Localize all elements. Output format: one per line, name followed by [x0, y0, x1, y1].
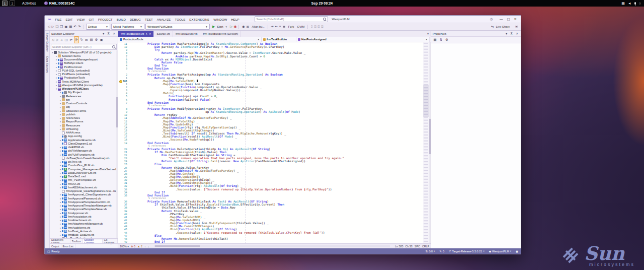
panel-tab-error-list[interactable]: Error List [61, 244, 75, 248]
close-icon[interactable]: ✕ [112, 31, 116, 37]
se-home-icon[interactable]: ⌂ [60, 37, 63, 43]
tab-strip-options[interactable]: ▾ [425, 31, 431, 37]
tree-item[interactable]: clsTree(Sort-CaseInSensitive).vb [50, 157, 118, 160]
solution-platform-dropdown[interactable]: Mixed Platforms▼ [111, 24, 144, 30]
tree-item[interactable]: ▸VBTests.M2MApi.Client [50, 80, 118, 84]
save-all-icon[interactable]: ▦ [68, 24, 73, 30]
pin-icon[interactable]: ⊼ [107, 31, 111, 37]
tree-item[interactable]: ▸VBfrm_PLMTemplate.vb [50, 178, 118, 182]
background-tasks-icon[interactable]: ▢ [47, 250, 50, 253]
se-collapse-all-icon[interactable]: ⊟ [84, 37, 88, 43]
tree-item[interactable]: ▸VBfrmAssociation.vb [50, 215, 118, 219]
chevron-down-icon[interactable]: ▾ [102, 31, 105, 37]
tree-item[interactable]: ▸VBM2MApi.Client [50, 61, 118, 65]
tree-item[interactable]: ▸VBProductionTools [50, 76, 118, 80]
new-project-icon[interactable]: ❏ [55, 24, 59, 30]
tree-item[interactable]: ▸references [50, 116, 118, 120]
menu-window[interactable]: WINDOW [211, 18, 229, 21]
workspace-1-indicator[interactable]: 1 [2, 1, 8, 6]
tree-item[interactable]: ▸VBDocumentManagerImport [50, 58, 118, 61]
pin-icon[interactable]: ⊼ [510, 31, 514, 37]
se-switch-views-icon[interactable]: ◫ [64, 37, 68, 43]
property-pages-icon[interactable]: ⚙ [445, 37, 449, 43]
document-tab[interactable]: Source.vb [154, 31, 173, 37]
se-pending-changes-icon[interactable]: ⇄ [69, 37, 73, 43]
tree-item[interactable]: ▸VBWestportPLM64 (incompatible) [50, 84, 118, 87]
tree-item[interactable]: frmApproval_ClearSignatures.resx--merged [50, 189, 118, 193]
build-icon[interactable]: ⊞ [246, 24, 250, 30]
code-editor[interactable]: 11Private Function HasPartsAssigned(c As… [118, 42, 431, 243]
outdent-icon[interactable]: ⇤ [274, 24, 278, 30]
nav-forward-icon[interactable]: ▷ [51, 24, 55, 30]
zoom-dropdown[interactable]: 100% ▾ [120, 245, 129, 248]
start-debugging-button[interactable]: ▶ Start ▼ [211, 24, 229, 30]
se-show-all-files-icon[interactable]: ▤ [89, 37, 94, 43]
redo-icon[interactable]: ↷ [77, 24, 81, 30]
tree-item[interactable]: ▾Solution 'WestportPLM' (6 of 10 project… [50, 51, 118, 54]
workspace-2-indicator[interactable]: 2 [10, 1, 15, 6]
document-tab[interactable]: frmTaskDetail.vb [173, 31, 201, 37]
line-indicator[interactable]: Ln 585 [395, 245, 404, 248]
tree-item[interactable]: ▸VBfrmAttachmentManager.vb [50, 222, 118, 226]
breakpoints-icon[interactable]: ◉ [241, 24, 246, 30]
menu-git[interactable]: GIT [87, 18, 96, 21]
clear-bookmarks-icon[interactable]: ⌻ [320, 24, 324, 30]
tree-item[interactable]: ▸PLMTests (unloaded) [50, 73, 118, 76]
undo-icon[interactable]: ↶ [73, 24, 77, 30]
tree-item[interactable]: ▸bin [50, 98, 118, 102]
tree-item[interactable]: ▸VBfrmBoat_Active.vb [50, 230, 118, 233]
menu-debug[interactable]: DEBUG [128, 18, 143, 21]
tree-item[interactable]: ▸Solution Items [50, 54, 118, 58]
line-ending-indicator[interactable]: CRLF [422, 245, 429, 248]
startup-project-dropdown[interactable]: WestportPLMClass▼ [145, 24, 210, 30]
tree-item[interactable]: ▸VBApplicationEvents.vb [50, 139, 118, 142]
categorized-icon[interactable]: ▦ [433, 37, 437, 43]
menu-view[interactable]: VIEW [75, 18, 87, 21]
project-dropdown[interactable]: ProductionTools ▼ [118, 37, 262, 42]
bookmark-icon[interactable]: ⌷ [310, 24, 313, 30]
git-branch[interactable]: ϒTarget-Release-5.5.0.21▾ [449, 250, 485, 253]
tab-server-explorer[interactable]: Server Explorer [46, 33, 49, 51]
menu-test[interactable]: TEST [143, 18, 155, 21]
tree-item[interactable]: ▾VBWestportPLMClass [50, 87, 118, 91]
member-dropdown[interactable]: HasPortsAssigned ▼ [296, 37, 430, 42]
tree-item[interactable]: ▸UITesting [50, 127, 118, 131]
tab-data-sources[interactable]: Data Sources [46, 56, 49, 73]
system-tray[interactable]: ▦ ◄ ○ [621, 2, 641, 5]
tree-item[interactable]: ▸VBfrmApprover.vb [50, 212, 118, 215]
tree-item[interactable]: ▸SComputer_ManagementDataSet.xsd [50, 168, 118, 171]
panel-tab-toolbox[interactable]: Toolbox [70, 239, 83, 243]
close-icon[interactable]: ✕ [149, 32, 151, 35]
menu-edit[interactable]: EDIT [64, 18, 75, 21]
close-button[interactable]: ✕ [512, 17, 519, 21]
panel-tab-solution-explorer[interactable]: Solution Explorer [83, 239, 103, 243]
open-file-icon[interactable]: ❐ [59, 24, 64, 30]
send-feedback-icon[interactable]: ✉ [515, 25, 519, 28]
live-share-icon[interactable]: ⇆ [490, 25, 494, 28]
maximize-button[interactable]: ▢ [505, 17, 512, 21]
tree-item[interactable]: ▸VBComboBox_PLM.vb [50, 164, 118, 167]
activities-button[interactable]: Activities [22, 2, 36, 5]
alphabetical-icon[interactable]: ⇅ [439, 37, 443, 43]
tree-item[interactable]: ▸VBfrmApproval_ClearSignatures.vb [50, 193, 118, 196]
tree-item[interactable]: ▸ObsoleteForms [50, 109, 118, 113]
se-sync-active-document-icon[interactable]: ⟳ [74, 36, 79, 43]
tree-item[interactable]: ▸VBfrmAttachment.vb [50, 219, 118, 222]
tree-item[interactable]: ▸VBfrmApprovalTemplateSave.vb [50, 208, 118, 211]
close-icon[interactable]: ✕ [515, 31, 519, 37]
tree-item[interactable]: ▸VBfrmABSAttachment.vb [50, 186, 118, 189]
save-icon[interactable]: ▣ [64, 24, 68, 30]
pin-icon[interactable]: ⊼ [146, 32, 148, 35]
solution-explorer-search-box[interactable]: Search Solution Explorer (Ctrl+;) [51, 44, 117, 50]
tree-item[interactable]: ▸VBfrmApprovalTemplateConfirm.vb [50, 200, 118, 204]
horizontal-scrollbar[interactable] [154, 245, 390, 247]
solution-tree-scrollbar[interactable] [116, 50, 118, 238]
clock[interactable]: Sep 29 09:24 [311, 2, 333, 5]
se-back-icon[interactable]: ◁ [51, 37, 55, 43]
column-indicator[interactable]: Ch 33 [405, 245, 412, 248]
se-forward-icon[interactable]: ▷ [55, 37, 59, 43]
solution-configuration-dropdown[interactable]: Debug▼ [86, 24, 110, 30]
tree-item[interactable]: ▸VBfrmBoat_DocDist.vb [50, 233, 118, 237]
tree-item[interactable]: ▸SDataSet1.xsd [50, 175, 118, 178]
menu-file[interactable]: FILE [53, 18, 63, 21]
